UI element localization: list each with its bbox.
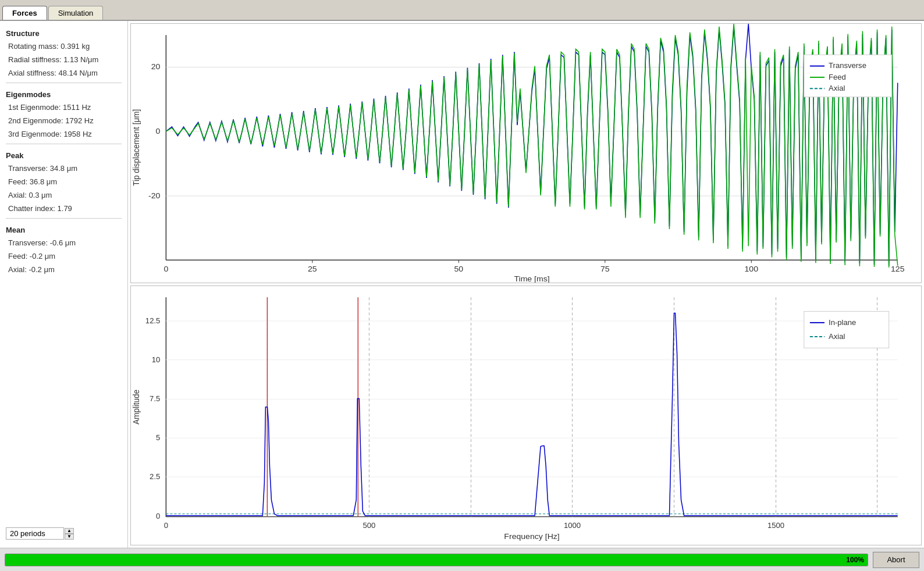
rotating-mass: Rotating mass: 0.391 kg	[6, 40, 122, 52]
svg-text:75: 75	[600, 264, 610, 273]
svg-text:Time [ms]: Time [ms]	[514, 274, 549, 283]
axial-peak: Axial: 0.3 μm	[6, 189, 122, 201]
bottom-chart-svg: 12.5 10 7.5 5 2.5 0 0 500 1000	[131, 286, 921, 545]
svg-text:2.5: 2.5	[150, 472, 160, 481]
eigenmode2: 2nd Eigenmode: 1792 Hz	[6, 115, 122, 127]
svg-text:500: 500	[363, 521, 376, 530]
svg-text:1000: 1000	[564, 521, 581, 530]
progress-bar-container: 100%	[5, 554, 868, 566]
transverse-mean: Transverse: -0.6 μm	[6, 237, 122, 249]
progress-percent: 100%	[846, 556, 864, 564]
svg-text:Feed: Feed	[829, 73, 846, 81]
svg-text:12.5: 12.5	[145, 316, 160, 325]
main-content: Structure Rotating mass: 0.391 kg Radial…	[0, 21, 924, 548]
sidebar: Structure Rotating mass: 0.391 kg Radial…	[0, 21, 128, 548]
chatter-index: Chatter index: 1.79	[6, 202, 122, 215]
tab-bar: Forces Simulation	[0, 0, 924, 21]
periods-up-btn[interactable]: ▲	[65, 528, 74, 534]
svg-text:In-plane: In-plane	[829, 318, 856, 327]
svg-text:Tip displacement [μm]: Tip displacement [μm]	[132, 109, 141, 186]
peak-title: Peak	[6, 151, 122, 160]
top-chart: 20 0 -20 0 25 50 75 100 125	[130, 23, 922, 283]
svg-rect-28	[131, 286, 921, 545]
svg-text:50: 50	[454, 264, 463, 273]
svg-text:0: 0	[164, 264, 168, 273]
charts-area: 20 0 -20 0 25 50 75 100 125	[128, 21, 924, 548]
feed-peak: Feed: 36.8 μm	[6, 176, 122, 188]
eigenmode3: 3rd Eigenmode: 1958 Hz	[6, 128, 122, 140]
svg-text:1500: 1500	[767, 521, 784, 530]
feed-mean: Feed: -0.2 μm	[6, 250, 122, 262]
svg-text:5: 5	[156, 433, 160, 442]
svg-text:0: 0	[155, 126, 160, 135]
status-bar: 100% Abort	[0, 548, 924, 571]
periods-spinner: ▲ ▼	[65, 528, 74, 540]
svg-text:Amplitude: Amplitude	[132, 390, 141, 424]
svg-text:25: 25	[308, 264, 317, 273]
svg-text:100: 100	[745, 264, 759, 273]
svg-rect-58	[804, 312, 889, 348]
abort-button[interactable]: Abort	[873, 552, 919, 568]
axial-stiffness: Axial stiffness: 48.14 N/μm	[6, 67, 122, 79]
eigenmodes-title: Eigenmodes	[6, 90, 122, 99]
svg-text:0: 0	[156, 512, 160, 521]
tab-simulation[interactable]: Simulation	[48, 6, 104, 20]
mean-title: Mean	[6, 226, 122, 234]
svg-text:Axial: Axial	[829, 332, 845, 341]
svg-text:Frequency [Hz]: Frequency [Hz]	[504, 532, 559, 541]
transverse-peak: Transverse: 34.8 μm	[6, 162, 122, 174]
svg-text:Axial: Axial	[829, 84, 845, 92]
periods-control: ▲ ▼	[6, 524, 122, 543]
periods-down-btn[interactable]: ▼	[65, 534, 74, 540]
svg-text:Transverse: Transverse	[829, 62, 866, 70]
bottom-chart: 12.5 10 7.5 5 2.5 0 0 500 1000	[130, 286, 922, 545]
tab-forces[interactable]: Forces	[2, 6, 47, 20]
radial-stiffness: Radial stiffness: 1.13 N/μm	[6, 53, 122, 66]
top-chart-svg: 20 0 -20 0 25 50 75 100 125	[131, 24, 921, 283]
eigenmode1: 1st Eigenmode: 1511 Hz	[6, 101, 122, 113]
svg-text:0: 0	[164, 521, 168, 530]
axial-mean: Axial: -0.2 μm	[6, 263, 122, 276]
svg-text:-20: -20	[148, 191, 161, 200]
progress-bar-fill: 100%	[5, 554, 868, 566]
svg-text:20: 20	[151, 62, 161, 72]
periods-input[interactable]	[6, 527, 64, 540]
structure-title: Structure	[6, 29, 122, 38]
svg-text:10: 10	[152, 355, 161, 364]
svg-text:7.5: 7.5	[150, 395, 160, 404]
